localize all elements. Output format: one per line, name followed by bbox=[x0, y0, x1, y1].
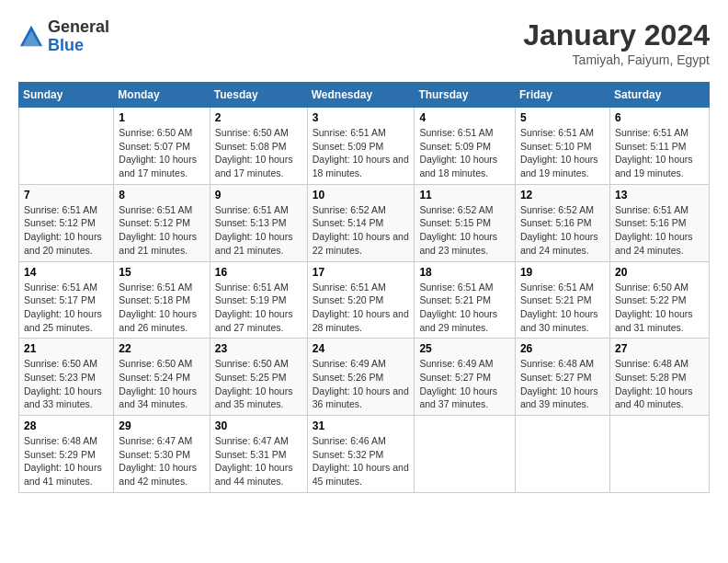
day-number: 16 bbox=[215, 266, 302, 279]
sunset-text: Sunset: 5:08 PM bbox=[215, 140, 302, 154]
sunrise-text: Sunrise: 6:51 AM bbox=[24, 281, 108, 294]
calendar-cell: 27 Sunrise: 6:48 AM Sunset: 5:28 PM Dayl… bbox=[609, 339, 709, 416]
calendar-cell: 22 Sunrise: 6:50 AM Sunset: 5:24 PM Dayl… bbox=[114, 339, 210, 416]
day-number: 2 bbox=[215, 111, 302, 124]
daylight-text: Daylight: 10 hours and 31 minutes. bbox=[615, 307, 704, 334]
sunset-text: Sunset: 5:30 PM bbox=[119, 448, 204, 462]
sunrise-text: Sunrise: 6:51 AM bbox=[313, 281, 410, 294]
calendar-cell: 23 Sunrise: 6:50 AM Sunset: 5:25 PM Dayl… bbox=[210, 339, 307, 416]
day-info: Sunrise: 6:50 AM Sunset: 5:23 PM Dayligh… bbox=[24, 357, 108, 411]
day-number: 23 bbox=[215, 342, 302, 355]
col-monday: Monday bbox=[114, 83, 210, 108]
sunset-text: Sunset: 5:19 PM bbox=[215, 293, 302, 307]
sunset-text: Sunset: 5:09 PM bbox=[313, 140, 410, 154]
daylight-text: Daylight: 10 hours and 27 minutes. bbox=[215, 307, 302, 334]
calendar-cell: 28 Sunrise: 6:48 AM Sunset: 5:29 PM Dayl… bbox=[19, 416, 114, 493]
sunrise-text: Sunrise: 6:49 AM bbox=[313, 357, 410, 371]
day-info: Sunrise: 6:50 AM Sunset: 5:07 PM Dayligh… bbox=[119, 126, 204, 180]
daylight-text: Daylight: 10 hours and 29 minutes. bbox=[419, 307, 510, 334]
day-number: 17 bbox=[313, 266, 410, 279]
sunrise-text: Sunrise: 6:52 AM bbox=[419, 203, 510, 217]
sunrise-text: Sunrise: 6:51 AM bbox=[615, 126, 704, 140]
sunrise-text: Sunrise: 6:51 AM bbox=[24, 203, 108, 217]
sunrise-text: Sunrise: 6:48 AM bbox=[24, 434, 108, 448]
calendar-cell: 17 Sunrise: 6:51 AM Sunset: 5:20 PM Dayl… bbox=[307, 261, 415, 339]
day-number: 19 bbox=[520, 266, 605, 279]
day-number: 15 bbox=[119, 266, 204, 279]
calendar-cell: 10 Sunrise: 6:52 AM Sunset: 5:14 PM Dayl… bbox=[307, 184, 415, 261]
sunset-text: Sunset: 5:28 PM bbox=[615, 371, 704, 385]
logo-general-text: General bbox=[48, 18, 109, 37]
day-info: Sunrise: 6:51 AM Sunset: 5:17 PM Dayligh… bbox=[24, 281, 108, 335]
day-number: 8 bbox=[119, 189, 204, 201]
day-info: Sunrise: 6:51 AM Sunset: 5:13 PM Dayligh… bbox=[215, 203, 302, 258]
sunrise-text: Sunrise: 6:51 AM bbox=[215, 203, 302, 217]
day-number: 7 bbox=[24, 189, 108, 201]
calendar-cell: 19 Sunrise: 6:51 AM Sunset: 5:21 PM Dayl… bbox=[515, 261, 609, 339]
day-number: 26 bbox=[520, 342, 605, 355]
calendar-cell: 18 Sunrise: 6:51 AM Sunset: 5:21 PM Dayl… bbox=[415, 261, 516, 339]
day-info: Sunrise: 6:51 AM Sunset: 5:12 PM Dayligh… bbox=[24, 203, 108, 258]
sunset-text: Sunset: 5:27 PM bbox=[419, 371, 510, 385]
day-number: 4 bbox=[419, 111, 510, 124]
calendar-cell: 21 Sunrise: 6:50 AM Sunset: 5:23 PM Dayl… bbox=[19, 339, 114, 416]
sunset-text: Sunset: 5:13 PM bbox=[215, 216, 302, 230]
day-number: 29 bbox=[119, 419, 204, 432]
sunset-text: Sunset: 5:16 PM bbox=[615, 216, 704, 230]
sunset-text: Sunset: 5:21 PM bbox=[520, 293, 605, 307]
logo-blue-text: Blue bbox=[48, 37, 109, 55]
sunrise-text: Sunrise: 6:52 AM bbox=[313, 203, 410, 217]
logo-icon bbox=[18, 24, 44, 50]
calendar-row-2: 7 Sunrise: 6:51 AM Sunset: 5:12 PM Dayli… bbox=[19, 184, 710, 261]
sunset-text: Sunset: 5:26 PM bbox=[313, 371, 410, 385]
day-info: Sunrise: 6:51 AM Sunset: 5:12 PM Dayligh… bbox=[119, 203, 204, 258]
daylight-text: Daylight: 10 hours and 25 minutes. bbox=[24, 307, 108, 334]
col-wednesday: Wednesday bbox=[307, 83, 415, 108]
calendar-cell bbox=[609, 416, 709, 493]
calendar-cell: 1 Sunrise: 6:50 AM Sunset: 5:07 PM Dayli… bbox=[114, 108, 210, 185]
day-number: 3 bbox=[313, 111, 410, 124]
col-saturday: Saturday bbox=[609, 83, 709, 108]
day-info: Sunrise: 6:48 AM Sunset: 5:28 PM Dayligh… bbox=[615, 357, 704, 411]
day-info: Sunrise: 6:52 AM Sunset: 5:14 PM Dayligh… bbox=[313, 203, 410, 258]
day-number: 22 bbox=[119, 342, 204, 355]
sunset-text: Sunset: 5:16 PM bbox=[520, 216, 605, 230]
sunrise-text: Sunrise: 6:48 AM bbox=[520, 357, 605, 371]
calendar-cell: 8 Sunrise: 6:51 AM Sunset: 5:12 PM Dayli… bbox=[114, 184, 210, 261]
day-number: 13 bbox=[615, 189, 704, 201]
daylight-text: Daylight: 10 hours and 20 minutes. bbox=[24, 230, 108, 257]
sunrise-text: Sunrise: 6:47 AM bbox=[119, 434, 204, 448]
calendar-cell: 7 Sunrise: 6:51 AM Sunset: 5:12 PM Dayli… bbox=[19, 184, 114, 261]
day-number: 18 bbox=[419, 266, 510, 279]
calendar-cell bbox=[515, 416, 609, 493]
calendar-cell: 20 Sunrise: 6:50 AM Sunset: 5:22 PM Dayl… bbox=[609, 261, 709, 339]
day-info: Sunrise: 6:51 AM Sunset: 5:20 PM Dayligh… bbox=[313, 281, 410, 335]
daylight-text: Daylight: 10 hours and 39 minutes. bbox=[520, 385, 605, 411]
daylight-text: Daylight: 10 hours and 41 minutes. bbox=[24, 461, 108, 488]
daylight-text: Daylight: 10 hours and 18 minutes. bbox=[419, 153, 510, 179]
day-info: Sunrise: 6:50 AM Sunset: 5:25 PM Dayligh… bbox=[215, 357, 302, 411]
daylight-text: Daylight: 10 hours and 17 minutes. bbox=[119, 153, 204, 179]
sunrise-text: Sunrise: 6:51 AM bbox=[313, 126, 410, 140]
sunrise-text: Sunrise: 6:47 AM bbox=[215, 434, 302, 448]
daylight-text: Daylight: 10 hours and 19 minutes. bbox=[520, 153, 605, 179]
sunrise-text: Sunrise: 6:51 AM bbox=[520, 281, 605, 294]
calendar-row-5: 28 Sunrise: 6:48 AM Sunset: 5:29 PM Dayl… bbox=[19, 416, 710, 493]
sunrise-text: Sunrise: 6:48 AM bbox=[615, 357, 704, 371]
day-number: 6 bbox=[615, 111, 704, 124]
calendar-header: Sunday Monday Tuesday Wednesday Thursday… bbox=[19, 83, 710, 108]
page-header: General Blue January 2024 Tamiyah, Faiyu… bbox=[18, 18, 710, 67]
sunset-text: Sunset: 5:09 PM bbox=[419, 140, 510, 154]
calendar-cell: 12 Sunrise: 6:52 AM Sunset: 5:16 PM Dayl… bbox=[515, 184, 609, 261]
logo: General Blue bbox=[18, 18, 109, 55]
month-title: January 2024 bbox=[523, 18, 710, 52]
calendar-cell: 31 Sunrise: 6:46 AM Sunset: 5:32 PM Dayl… bbox=[307, 416, 415, 493]
calendar-cell: 13 Sunrise: 6:51 AM Sunset: 5:16 PM Dayl… bbox=[609, 184, 709, 261]
day-number: 10 bbox=[313, 189, 410, 201]
calendar-cell: 30 Sunrise: 6:47 AM Sunset: 5:31 PM Dayl… bbox=[210, 416, 307, 493]
day-info: Sunrise: 6:51 AM Sunset: 5:21 PM Dayligh… bbox=[520, 281, 605, 335]
day-number: 21 bbox=[24, 342, 108, 355]
sunrise-text: Sunrise: 6:50 AM bbox=[119, 126, 204, 140]
sunset-text: Sunset: 5:15 PM bbox=[419, 216, 510, 230]
sunset-text: Sunset: 5:29 PM bbox=[24, 448, 108, 462]
